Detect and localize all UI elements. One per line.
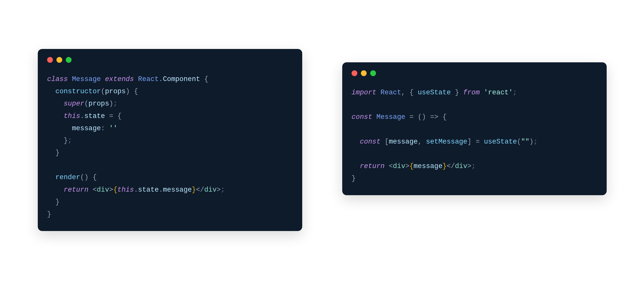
code-window-class-component: class Message extends React.Component { … xyxy=(38,49,302,231)
window-traffic-lights xyxy=(47,57,293,63)
code-token xyxy=(405,113,410,121)
code-token: { xyxy=(113,186,118,194)
code-token: => xyxy=(430,113,438,121)
code-token: ( xyxy=(418,113,422,121)
code-token: ; xyxy=(68,137,72,144)
code-token: } xyxy=(55,149,60,157)
zoom-icon xyxy=(66,57,72,63)
code-token: React xyxy=(380,89,401,96)
code-token: </ xyxy=(447,162,455,170)
code-token: } xyxy=(352,175,356,182)
code-token: constructor xyxy=(55,87,101,95)
code-token: setMessage xyxy=(426,138,467,145)
stage: class Message extends React.Component { … xyxy=(0,0,644,294)
code-token: > xyxy=(217,186,221,194)
code-token xyxy=(47,124,72,132)
code-token xyxy=(47,137,64,144)
code-token xyxy=(200,75,204,83)
code-token: { xyxy=(442,113,447,121)
code-token: > xyxy=(109,186,113,194)
code-token: { xyxy=(409,89,414,96)
code-token xyxy=(105,112,109,120)
code-token: ) xyxy=(422,113,426,121)
code-token: , xyxy=(418,138,422,145)
code-token xyxy=(352,162,360,170)
code-token: : xyxy=(101,124,105,132)
code-token: useState xyxy=(418,89,451,96)
code-token: div xyxy=(204,186,217,194)
code-token: } xyxy=(47,210,51,218)
code-token: ( xyxy=(80,173,84,181)
code-token xyxy=(47,149,55,157)
code-token: ; xyxy=(534,138,538,145)
code-token xyxy=(47,112,64,120)
code-token: = xyxy=(476,138,480,145)
code-token xyxy=(47,87,55,95)
code-token: props xyxy=(105,87,126,95)
code-token: ; xyxy=(221,186,225,194)
code-token xyxy=(47,100,64,107)
code-token: this xyxy=(117,186,134,194)
code-token xyxy=(459,89,463,96)
code-token: ) xyxy=(84,173,88,181)
code-token: { xyxy=(93,173,97,181)
close-icon xyxy=(352,70,357,76)
code-token: Message xyxy=(72,75,101,83)
code-token: . xyxy=(134,186,138,194)
code-token: useState xyxy=(484,138,517,145)
code-token: import xyxy=(352,89,380,96)
code-token xyxy=(480,138,484,145)
code-token: ) xyxy=(529,138,534,145)
code-token: this xyxy=(64,112,80,120)
code-token: } xyxy=(455,89,459,96)
code-window-function-component: import React, { useState } from 'react';… xyxy=(342,62,607,195)
code-token: , xyxy=(401,89,405,96)
code-token: ( xyxy=(84,100,88,107)
code-token: props xyxy=(88,100,109,107)
code-token: message xyxy=(414,162,442,170)
code-token: "" xyxy=(521,138,529,145)
code-token: message xyxy=(72,124,101,132)
code-token: state xyxy=(138,186,159,194)
code-token: > xyxy=(467,162,472,170)
code-token: ( xyxy=(517,138,521,145)
code-token xyxy=(105,124,109,132)
code-token: div xyxy=(393,162,405,170)
code-token: </ xyxy=(196,186,204,194)
code-token xyxy=(438,113,443,121)
code-token xyxy=(426,113,430,121)
code-token: const xyxy=(360,138,385,145)
code-token: ; xyxy=(513,89,517,96)
code-token: message xyxy=(163,186,192,194)
code-token: return xyxy=(360,162,389,170)
code-token: > xyxy=(405,162,410,170)
code-token xyxy=(88,173,93,181)
code-token xyxy=(47,198,55,206)
code-token: 'react' xyxy=(484,89,513,96)
code-token: . xyxy=(80,112,84,120)
window-traffic-lights xyxy=(352,70,597,76)
code-token: return xyxy=(64,186,92,194)
code-token xyxy=(352,138,360,145)
code-token: Message xyxy=(376,113,405,121)
code-token: state xyxy=(84,112,105,120)
close-icon xyxy=(47,57,53,63)
code-token xyxy=(451,89,455,96)
code-token: } xyxy=(64,137,68,144)
code-block-left: class Message extends React.Component { … xyxy=(47,73,293,220)
code-token xyxy=(47,186,64,194)
code-token: < xyxy=(93,186,97,194)
code-token xyxy=(414,89,418,96)
code-token xyxy=(422,138,426,145)
code-token: { xyxy=(409,162,414,170)
code-token xyxy=(130,87,134,95)
code-token: } xyxy=(192,186,196,194)
code-token: = xyxy=(409,113,414,121)
code-token: ; xyxy=(113,100,118,107)
code-token: ] xyxy=(467,138,472,145)
code-token: ) xyxy=(126,87,130,95)
minimize-icon xyxy=(56,57,62,63)
code-token: message xyxy=(389,138,418,145)
code-token: React xyxy=(138,75,159,83)
code-token: } xyxy=(442,162,447,170)
